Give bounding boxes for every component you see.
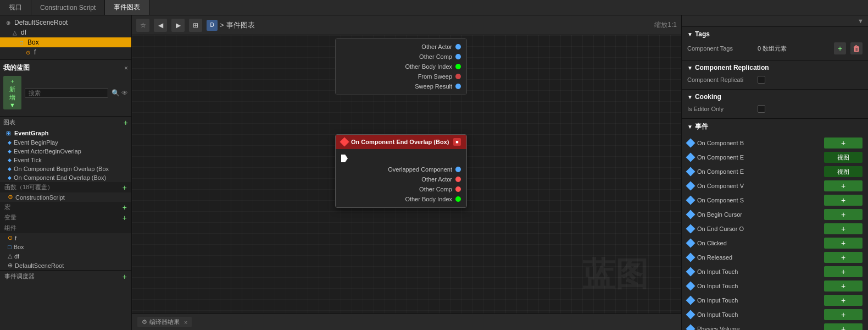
pin-actor-dot <box>455 177 461 182</box>
event-label-9: On Input Touch <box>697 268 821 275</box>
replication-checkbox[interactable] <box>758 76 765 84</box>
event-row-10: On Input Touch + <box>687 279 863 293</box>
event-action-1[interactable]: 视图 <box>824 152 863 163</box>
event-diamond-12 <box>686 310 695 320</box>
replication-title: ▼ Component Replication <box>687 64 863 72</box>
graph-add-btn[interactable]: + <box>124 119 128 127</box>
event-action-9[interactable]: + <box>824 266 863 277</box>
construction-script-item[interactable]: ⚙ ConstructionScript <box>0 193 131 202</box>
graph-list: ⊞ EventGraph ◆ Event BeginPlay ◆ Event A… <box>0 128 131 182</box>
event-actoroverlap-item[interactable]: ◆ Event ActorBeginOverlap <box>0 147 131 156</box>
comp-df-item[interactable]: △ df <box>0 251 131 261</box>
components-section: 组件 <box>0 223 131 233</box>
comp-box-item[interactable]: □ Box <box>0 243 131 251</box>
diamond-icon-4: ◆ <box>8 166 12 172</box>
pin-dot-5 <box>455 84 461 89</box>
tree-item-box[interactable]: □ Box <box>0 37 131 47</box>
watermark: 蓝图 <box>582 252 648 297</box>
overlap-diamond-icon <box>340 138 349 147</box>
compiler-results-tab[interactable]: ⚙ 编译器结果 × <box>137 317 192 327</box>
overlap-close-icon[interactable]: ■ <box>453 138 461 146</box>
event-row-3: On Component V + <box>687 179 863 193</box>
diamond-icon-3: ◆ <box>8 157 12 163</box>
left-panel: ⊕ DefaultSceneRoot △ df □ Box ⊙ f 我的蓝 <box>0 15 132 330</box>
variables-add-btn[interactable]: + <box>123 214 127 222</box>
event-action-11[interactable]: + <box>824 295 863 306</box>
event-label-5: On Begin Cursor <box>697 211 821 218</box>
event-label-6: On End Cursor O <box>697 226 821 232</box>
event-action-7[interactable]: + <box>824 238 863 249</box>
event-scheduler-add-btn[interactable]: + <box>123 273 127 280</box>
new-btn[interactable]: ＋ 新增▼ <box>3 76 21 109</box>
pin-exec-1 <box>336 152 466 164</box>
bp-node-overlap: On Component End Overlap (Box) ■ Overlap… <box>335 134 467 208</box>
tree-item-defaultsceneroot[interactable]: ⊕ DefaultSceneRoot <box>0 18 131 28</box>
forward-btn[interactable]: ▶ <box>171 19 185 32</box>
tab-construction[interactable]: Construction Script <box>31 0 105 15</box>
pin-sweep-result: Sweep Result <box>336 81 466 91</box>
comp-df-icon: △ <box>8 252 12 260</box>
tree-item-df[interactable]: △ df <box>0 28 131 37</box>
event-row-6: On End Cursor O + <box>687 222 863 236</box>
tags-del-btn[interactable]: 🗑 <box>850 42 863 54</box>
df-icon: △ <box>11 29 19 36</box>
exec-pin-icon <box>341 155 348 162</box>
comp-defaultscene-item[interactable]: ⊕ DefaultSceneRoot <box>0 261 131 270</box>
event-tick-item[interactable]: ◆ Event Tick <box>0 156 131 164</box>
event-row-12: On Input Touch + <box>687 307 863 322</box>
search-input[interactable] <box>25 88 108 98</box>
event-action-3[interactable]: + <box>824 180 863 191</box>
pin-other-body-1: Other Body Index <box>336 62 466 72</box>
blueprint-canvas[interactable]: Other Actor Other Comp Other Body Index … <box>132 35 681 314</box>
event-label-8: On Released <box>697 254 821 261</box>
pin-body-dot <box>455 196 461 202</box>
cooking-checkbox[interactable] <box>758 105 765 113</box>
tree-item-f[interactable]: ⊙ f <box>0 47 131 57</box>
event-beginplay-item[interactable]: ◆ Event BeginPlay <box>0 138 131 147</box>
functions-add-btn[interactable]: + <box>123 184 127 191</box>
event-action-10[interactable]: + <box>824 280 863 292</box>
pin-comp-dot <box>455 186 461 192</box>
event-graph-item[interactable]: ⊞ EventGraph <box>0 128 131 138</box>
event-row-0: On Component B + <box>687 136 863 150</box>
replication-triangle: ▼ <box>687 65 693 71</box>
eye-icon[interactable]: 👁 <box>121 89 128 97</box>
back-btn[interactable]: ◀ <box>154 19 167 32</box>
event-action-4[interactable]: + <box>824 195 863 206</box>
grid-btn[interactable]: ⊞ <box>189 19 202 32</box>
event-diamond-11 <box>686 296 695 305</box>
box-icon: □ <box>18 38 25 46</box>
breadcrumb-icon: D <box>207 20 218 31</box>
event-beginoverlap-item[interactable]: ◆ On Component Begin Overlap (Box <box>0 164 131 173</box>
event-endoverlap-item[interactable]: ◆ On Component End Overlap (Box) <box>0 173 131 182</box>
event-label-4: On Component S <box>697 197 821 204</box>
search-icon[interactable]: 🔍 <box>112 89 120 97</box>
bookmark-btn[interactable]: ☆ <box>136 19 149 32</box>
event-label-12: On Input Touch <box>697 311 821 318</box>
event-action-5[interactable]: + <box>824 209 863 220</box>
event-action-13[interactable]: + <box>824 323 863 330</box>
tags-add-btn[interactable]: + <box>834 42 846 54</box>
dropdown-icon[interactable]: ▼ <box>858 18 864 24</box>
event-action-2[interactable]: 视图 <box>824 166 863 177</box>
event-row-1: On Component E 视图 <box>687 150 863 164</box>
functions-section: 函数（18可覆盖） + <box>0 182 131 193</box>
event-action-12[interactable]: + <box>824 309 863 320</box>
macros-add-btn[interactable]: + <box>123 204 127 211</box>
event-action-8[interactable]: + <box>824 252 863 263</box>
pin-other-comp-1: Other Comp <box>336 52 466 62</box>
diamond-icon-5: ◆ <box>8 175 12 180</box>
event-diamond-3 <box>686 182 695 191</box>
diamond-icon-2: ◆ <box>8 148 12 154</box>
bottom-close-btn[interactable]: × <box>184 319 187 326</box>
event-action-0[interactable]: + <box>824 138 863 148</box>
comp-box-icon: □ <box>8 244 12 250</box>
tab-viewport[interactable]: 视口 <box>0 0 31 15</box>
tab-event-graph[interactable]: 事件图表 <box>105 0 149 15</box>
comp-f-item[interactable]: ⊙ f <box>0 233 131 243</box>
event-action-6[interactable]: + <box>824 223 863 234</box>
event-label-11: On Input Touch <box>697 297 821 304</box>
event-label-0: On Component B <box>697 140 821 146</box>
bp-close-btn[interactable]: × <box>124 64 128 72</box>
event-diamond-0 <box>686 139 695 148</box>
